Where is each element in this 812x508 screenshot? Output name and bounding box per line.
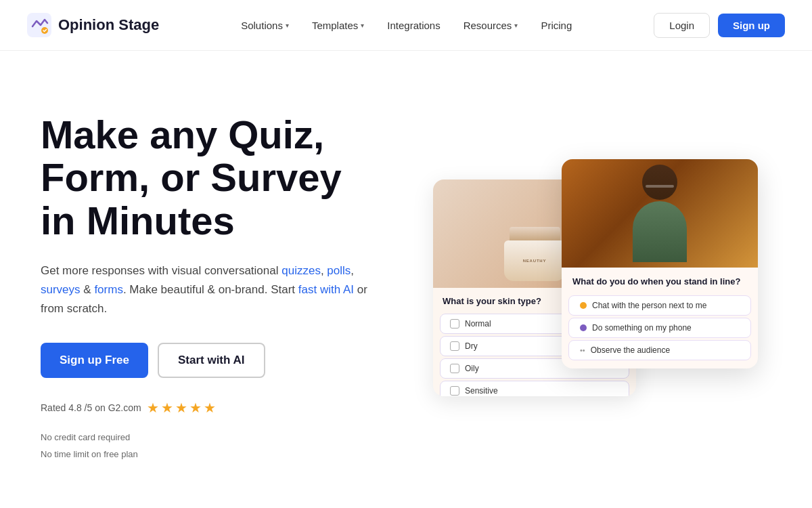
star-5: ★ xyxy=(204,400,216,416)
poll-dot-orange xyxy=(580,302,587,309)
skin-option-sensitive[interactable]: Sensitive xyxy=(440,381,629,396)
signup-free-button[interactable]: Sign up Free xyxy=(41,343,148,378)
hero-demo: NEAUTHY What is your skin type? Normal D… xyxy=(406,152,785,423)
star-4: ★ xyxy=(189,400,202,416)
navbar: Opinion Stage Solutions ▾ Templates ▾ In… xyxy=(0,0,812,51)
star-3: ★ xyxy=(175,400,187,416)
logo-icon xyxy=(27,13,51,37)
hero-sub-prefix: Get more responses with visual conversat… xyxy=(41,264,281,277)
nav-integrations[interactable]: Integrations xyxy=(378,14,449,37)
svg-rect-0 xyxy=(27,13,51,37)
logo-link[interactable]: Opinion Stage xyxy=(27,13,159,37)
login-button[interactable]: Login xyxy=(654,13,710,38)
chevron-down-icon: ▾ xyxy=(514,22,518,29)
screenshot-container: NEAUTHY What is your skin type? Normal D… xyxy=(433,159,758,417)
star-2: ★ xyxy=(161,400,173,416)
demo-card-front-image xyxy=(562,159,758,268)
rating-text: Rated 4.8 /5 on G2.com xyxy=(41,402,141,413)
hero-sub-mid: . Make beautiful & on-brand. Start xyxy=(123,283,298,296)
link-surveys[interactable]: surveys xyxy=(41,283,81,296)
checkbox-dry xyxy=(450,341,459,351)
checkbox-oily xyxy=(450,364,459,373)
link-quizzes[interactable]: quizzes xyxy=(281,264,321,277)
nav-pricing[interactable]: Pricing xyxy=(531,14,581,37)
poll-dot-purple xyxy=(580,324,587,331)
checkbox-sensitive xyxy=(450,386,459,396)
nav-actions: Login Sign up xyxy=(654,13,785,38)
checkbox-normal xyxy=(450,319,459,329)
note-no-limit: No time limit on free plan xyxy=(41,446,379,463)
nav-solutions[interactable]: Solutions ▾ xyxy=(231,14,298,37)
poll-option-phone[interactable]: Do something on my phone xyxy=(568,318,751,338)
demo-card-front: What do you do when you stand in line? C… xyxy=(562,159,758,368)
link-forms[interactable]: forms xyxy=(94,283,123,296)
nav-templates[interactable]: Templates ▾ xyxy=(302,14,374,37)
hero-sub-comma2: , xyxy=(351,264,354,277)
poll-dot-dots: •• xyxy=(580,346,585,354)
chevron-down-icon: ▾ xyxy=(286,22,289,29)
hero-subtext: Get more responses with visual conversat… xyxy=(41,261,379,318)
brand-name: Opinion Stage xyxy=(58,16,159,34)
link-polls[interactable]: polls xyxy=(327,264,351,277)
poll-option-observe[interactable]: •• Observe the audience xyxy=(568,340,751,360)
hero-buttons: Sign up Free Start with AI xyxy=(41,343,379,378)
star-1: ★ xyxy=(147,400,159,416)
hero-heading: Make any Quiz, Form, or Survey in Minute… xyxy=(41,113,379,242)
nav-resources[interactable]: Resources ▾ xyxy=(454,14,528,37)
poll-option-chat[interactable]: Chat with the person next to me xyxy=(568,295,751,316)
hero-notes: No credit card required No time limit on… xyxy=(41,429,379,463)
star-rating: ★ ★ ★ ★ ★ xyxy=(147,400,216,416)
link-fast-with-ai[interactable]: fast with AI xyxy=(298,283,354,296)
note-no-cc: No credit card required xyxy=(41,429,379,446)
hero-sub-comma1: , xyxy=(321,264,327,277)
hero-content: Make any Quiz, Form, or Survey in Minute… xyxy=(41,113,379,463)
hero-rating: Rated 4.8 /5 on G2.com ★ ★ ★ ★ ★ xyxy=(41,400,379,416)
start-with-ai-button[interactable]: Start with AI xyxy=(158,343,265,378)
chevron-down-icon: ▾ xyxy=(361,22,364,29)
signup-nav-button[interactable]: Sign up xyxy=(718,14,785,37)
hero-sub-amp: & xyxy=(81,283,95,296)
hero-section: Make any Quiz, Form, or Survey in Minute… xyxy=(0,51,812,508)
nav-links: Solutions ▾ Templates ▾ Integrations Res… xyxy=(231,14,581,37)
poll-question: What do you do when you stand in line? xyxy=(562,268,758,293)
